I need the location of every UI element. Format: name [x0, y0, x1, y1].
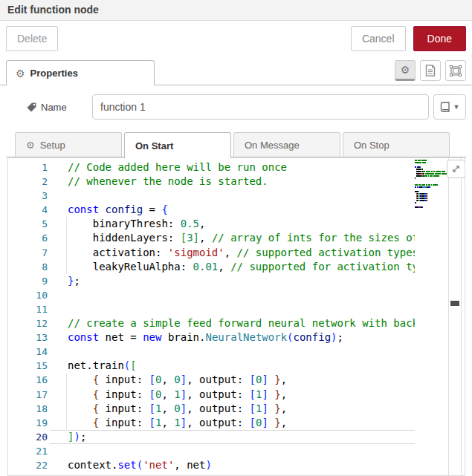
line-number: 17	[8, 388, 48, 402]
tab-on-message[interactable]: On Message	[233, 132, 340, 157]
line-number: 20	[8, 430, 48, 444]
tab-properties[interactable]: ⚙ Properties	[6, 60, 155, 85]
expand-icon	[451, 164, 461, 174]
gear-icon: ⚙	[16, 68, 25, 79]
line-number: 22	[8, 458, 48, 472]
code-line[interactable]: { input: [1, 0], output: [1] },	[68, 402, 415, 416]
code-line[interactable]: };	[68, 274, 415, 288]
code-line[interactable]	[68, 189, 415, 203]
code-line[interactable]	[68, 444, 415, 458]
editor-toolbar: ⚙	[395, 60, 466, 81]
dialog-title: Edit function node	[0, 0, 472, 21]
function-tabs: ⚙ Setup On Start On Message On Stop	[15, 132, 450, 157]
properties-toolbar-button[interactable]: ⚙	[395, 60, 416, 81]
code-line[interactable]: const config = {	[68, 203, 415, 217]
code-editor[interactable]: 12345678910111213141516171819202122 // C…	[7, 157, 465, 476]
line-number: 19	[8, 416, 48, 430]
code-line[interactable]: binaryThresh: 0.5,	[68, 217, 415, 231]
line-number: 9	[8, 274, 48, 288]
chevron-down-icon: ▼	[453, 103, 460, 111]
code-line[interactable]: leakyReluAlpha: 0.01, // supported for a…	[68, 260, 415, 274]
code-line[interactable]: { input: [1, 1], output: [0] },	[68, 416, 415, 430]
code-line[interactable]: hiddenLayers: [3], // array of ints for …	[68, 231, 415, 245]
editor-code[interactable]: // Code added here will be run once// wh…	[68, 160, 415, 472]
description-toolbar-button[interactable]	[420, 60, 441, 81]
code-line[interactable]: { input: [0, 0], output: [0] },	[68, 373, 415, 387]
tab-on-start[interactable]: On Start	[124, 132, 231, 158]
code-line[interactable]: // create a simple feed forward neural n…	[68, 316, 415, 330]
line-number: 18	[8, 402, 48, 416]
minimap-line	[415, 206, 448, 209]
name-label: Name	[41, 102, 67, 113]
done-button[interactable]: Done	[413, 26, 466, 51]
document-icon	[425, 65, 436, 76]
code-line[interactable]	[68, 302, 415, 316]
code-line[interactable]: // whenever the node is started.	[68, 175, 415, 189]
tab-setup[interactable]: ⚙ Setup	[15, 132, 122, 157]
code-line[interactable]: activation: 'sigmoid', // supported acti…	[68, 246, 415, 260]
gear-icon: ⚙	[26, 140, 35, 150]
code-line[interactable]	[68, 288, 415, 302]
book-icon	[440, 102, 450, 112]
line-number: 21	[8, 444, 48, 458]
edit-function-node-dialog: Edit function node Delete Cancel Done ⚙ …	[0, 0, 472, 476]
line-number: 8	[8, 260, 48, 274]
editor-minimap[interactable]	[415, 160, 448, 209]
delete-button[interactable]: Delete	[6, 26, 58, 51]
code-line[interactable]: // Code added here will be run once	[68, 160, 415, 175]
tab-on-stop[interactable]: On Stop	[343, 132, 450, 157]
line-number: 14	[8, 345, 48, 359]
code-line[interactable]: { input: [0, 1], output: [1] },	[68, 388, 415, 402]
code-line[interactable]: const net = new brain.NeuralNetwork(conf…	[68, 330, 415, 345]
name-row: Name ▼	[0, 85, 472, 128]
line-number: 5	[8, 217, 48, 231]
line-number: 10	[8, 288, 48, 302]
function-tab-bar: ⚙ Setup On Start On Message On Stop	[0, 128, 472, 157]
code-line[interactable]: context.set('net', net)	[68, 458, 415, 472]
line-number: 11	[8, 302, 48, 316]
editor-gutter: 12345678910111213141516171819202122	[8, 160, 48, 472]
gear-icon: ⚙	[401, 65, 410, 75]
line-number: 4	[8, 203, 48, 217]
library-button[interactable]: ▼	[433, 94, 466, 120]
indent-guide	[66, 217, 67, 274]
code-line[interactable]: ]);	[68, 430, 415, 444]
code-line[interactable]: net.train([	[68, 359, 415, 373]
appearance-toolbar-button[interactable]	[445, 60, 466, 81]
editor-scrollbar[interactable]	[448, 158, 462, 475]
line-number: 2	[8, 175, 48, 189]
dialog-action-bar: Delete Cancel Done	[0, 21, 472, 56]
properties-tab-label: Properties	[30, 68, 78, 79]
properties-tab-bar: ⚙ Properties ⚙	[0, 56, 472, 85]
line-number: 15	[8, 359, 48, 373]
line-number: 6	[8, 231, 48, 245]
code-line[interactable]	[68, 345, 415, 359]
line-number: 1	[8, 160, 48, 175]
name-input[interactable]	[92, 94, 429, 120]
cancel-button[interactable]: Cancel	[351, 26, 406, 51]
line-number: 13	[8, 330, 48, 345]
line-number: 7	[8, 246, 48, 260]
line-number: 12	[8, 316, 48, 330]
tag-icon	[27, 102, 36, 112]
indent-guide	[66, 374, 67, 431]
line-number: 3	[8, 189, 48, 203]
scrollbar-thumb[interactable]	[450, 301, 459, 306]
name-label-group: Name	[22, 102, 92, 113]
expand-editor-button[interactable]	[447, 160, 465, 178]
frame-icon	[450, 65, 462, 76]
line-number: 16	[8, 373, 48, 387]
